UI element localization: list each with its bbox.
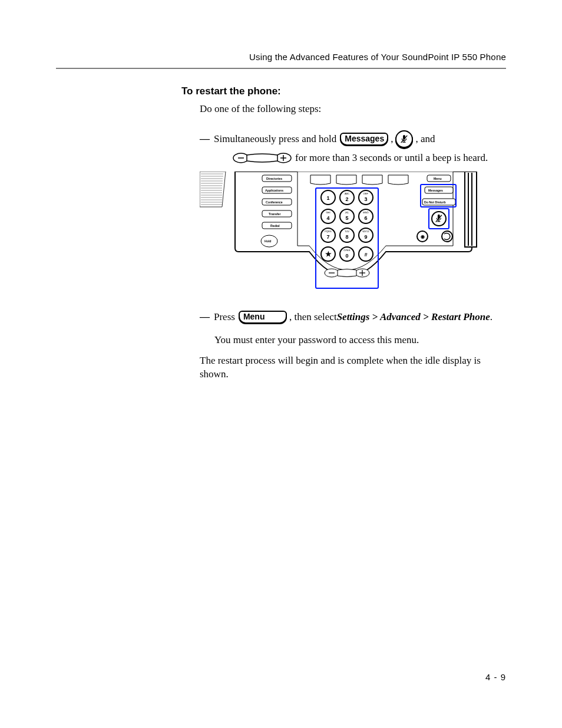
svg-text:#: #	[364, 252, 367, 258]
svg-text:OPER: OPER	[343, 249, 350, 252]
menu-key-label: Menu	[243, 312, 265, 321]
svg-text:★: ★	[325, 250, 332, 258]
step1-tail: for more than 3 seconds or until a beep …	[295, 152, 488, 164]
svg-text:Applications: Applications	[265, 189, 283, 192]
bullet-dash-2: —	[200, 311, 208, 323]
svg-text:Menu: Menu	[434, 177, 442, 180]
svg-text:9: 9	[364, 234, 367, 240]
svg-text:Transfer: Transfer	[269, 212, 280, 216]
volume-rocker-icon	[229, 151, 295, 164]
step2-pre: Press	[214, 311, 235, 323]
svg-point-49	[442, 231, 452, 242]
step1-pre: Simultaneously press and hold	[214, 133, 336, 145]
closing-paragraph: The restart process will begin and is co…	[200, 354, 506, 381]
svg-text:ABC: ABC	[345, 192, 349, 195]
step-1-line-2: for more than 3 seconds or until a beep …	[229, 151, 506, 164]
step-2-line: — Press Menu , then select Settings > Ad…	[200, 311, 506, 324]
svg-text:7: 7	[326, 234, 329, 240]
svg-text:Do Not Disturb: Do Not Disturb	[424, 200, 446, 204]
page-container: Using the Advanced Features of Your Soun…	[0, 0, 562, 728]
section-title: To restart the phone:	[181, 85, 506, 97]
svg-text:3: 3	[364, 196, 367, 202]
svg-text:8: 8	[345, 234, 348, 240]
phone-diagram: .thin { fill:#fff; stroke:#000; stroke-w…	[200, 172, 480, 301]
svg-text:0: 0	[345, 253, 348, 259]
speaker-grill	[465, 172, 477, 247]
step2-mid: , then select	[289, 311, 337, 323]
svg-text:PQRS: PQRS	[325, 230, 332, 233]
intro-text: Do one of the following steps:	[200, 103, 506, 115]
step2-end: .	[490, 311, 492, 323]
svg-text:5: 5	[345, 215, 348, 221]
svg-text:Directories: Directories	[266, 177, 282, 180]
step1-mid2: , and	[415, 133, 435, 145]
bullet-dash: —	[200, 133, 208, 145]
running-header: Using the Advanced Features of Your Soun…	[56, 52, 506, 62]
header-rule	[56, 68, 506, 69]
svg-text:WXYZ: WXYZ	[362, 230, 369, 233]
svg-text:4: 4	[326, 215, 329, 221]
svg-text:2: 2	[345, 196, 348, 202]
svg-text:GHI: GHI	[326, 211, 330, 214]
menu-key-icon: Menu	[239, 311, 287, 324]
svg-text:6: 6	[364, 215, 367, 221]
step-1-line-1: — Simultaneously press and hold Messages…	[200, 130, 506, 148]
svg-text:Messages: Messages	[428, 189, 443, 192]
svg-text:MNO: MNO	[363, 211, 368, 214]
svg-rect-22	[465, 172, 477, 247]
svg-text:1: 1	[326, 195, 329, 201]
page-number: 4 - 9	[485, 672, 506, 682]
volume-rocker-on-phone	[325, 269, 369, 277]
svg-text:Conference: Conference	[266, 200, 283, 204]
svg-text:JKL: JKL	[345, 211, 350, 214]
svg-text:TUV: TUV	[345, 230, 349, 233]
step1-mid1: ,	[391, 133, 393, 145]
svg-text:Redial: Redial	[270, 224, 280, 228]
password-note: You must enter your password to access t…	[214, 334, 506, 346]
svg-text:◉: ◉	[421, 234, 425, 239]
svg-text:Hold: Hold	[265, 239, 272, 243]
handset-edge	[200, 172, 226, 207]
svg-text:DEF: DEF	[363, 192, 369, 195]
messages-key-icon: Messages	[340, 133, 388, 146]
step2-path: Settings > Advanced > Restart Phone	[337, 311, 490, 323]
mute-key-icon	[395, 130, 413, 148]
messages-key-label: Messages	[345, 134, 384, 143]
